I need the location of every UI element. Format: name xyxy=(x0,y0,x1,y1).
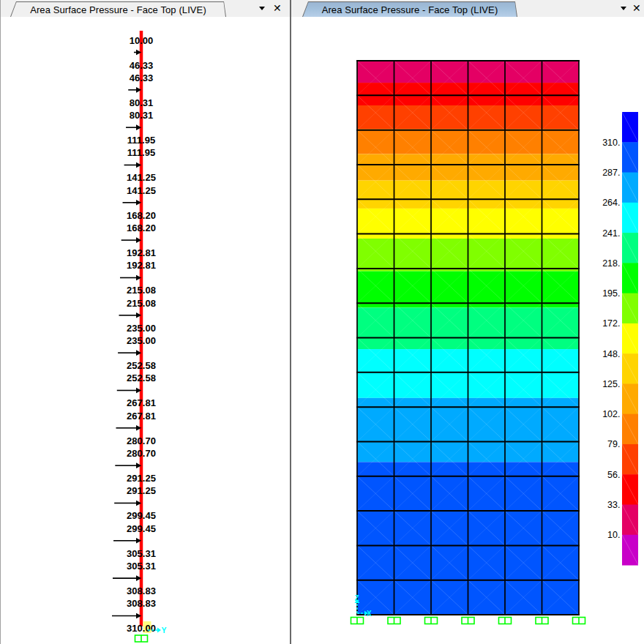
legend-label: 287. xyxy=(602,168,620,178)
load-value-label: 305.31 xyxy=(127,548,156,559)
legend-label: 241. xyxy=(602,228,620,239)
load-value-label: 235.00 xyxy=(127,335,156,346)
load-value-label: 111.95 xyxy=(127,147,155,158)
load-value-label: 141.25 xyxy=(127,185,156,196)
legend-label: 264. xyxy=(602,198,620,208)
legend-label: 125. xyxy=(602,379,620,389)
legend-label: 218. xyxy=(602,258,620,269)
load-value-label: 280.70 xyxy=(127,435,156,446)
load-value-label: 267.81 xyxy=(127,397,156,408)
legend-label: 56. xyxy=(607,470,620,480)
app-window: Area Surface Pressure - Face Top (LIVE) … xyxy=(0,0,644,644)
load-value-label: 280.70 xyxy=(127,448,156,459)
load-value-label: 252.58 xyxy=(127,360,156,371)
load-value-label: 10.00 xyxy=(130,35,154,46)
load-value-label: 235.00 xyxy=(127,323,156,334)
legend-label: 79. xyxy=(607,439,620,449)
load-value-label: 192.81 xyxy=(127,247,156,258)
legend-label: 33. xyxy=(607,500,620,510)
z-axis-label: Z xyxy=(354,594,359,602)
legend-label: 310. xyxy=(602,138,620,148)
load-value-label: 299.45 xyxy=(127,523,156,534)
load-value-label: 252.58 xyxy=(127,372,156,383)
load-value-label: 192.81 xyxy=(127,260,156,271)
load-value-label: 80.31 xyxy=(130,97,154,108)
legend-label: 195. xyxy=(602,288,620,299)
legend-label: 172. xyxy=(602,318,620,329)
load-value-label: 80.31 xyxy=(130,110,154,121)
load-value-label: 46.33 xyxy=(130,72,154,83)
load-value-label: 308.83 xyxy=(127,585,156,596)
legend-label: 102. xyxy=(602,409,620,419)
load-value-label: 305.31 xyxy=(127,561,156,572)
load-value-label: 291.25 xyxy=(127,473,156,484)
graphics-overlay: 10.0046.3346.3380.3180.31111.95111.95141… xyxy=(0,0,644,644)
load-value-label: 308.83 xyxy=(127,598,156,609)
load-value-label: 168.20 xyxy=(127,222,156,233)
legend-label: 148. xyxy=(602,349,620,359)
load-value-label: 111.95 xyxy=(127,135,155,146)
load-value-label: 215.08 xyxy=(127,298,156,309)
load-value-label: 141.25 xyxy=(127,172,156,183)
load-value-label: 215.08 xyxy=(127,285,156,296)
load-value-label: 299.45 xyxy=(127,510,156,521)
x-axis-label: X xyxy=(367,610,372,618)
y-axis-arrow-head xyxy=(157,628,161,633)
load-value-label: 310.00 xyxy=(127,623,156,634)
load-value-label: 291.25 xyxy=(127,485,156,496)
load-value-label: 46.33 xyxy=(130,60,154,71)
y-axis-label: Y xyxy=(161,626,166,634)
load-value-label: 168.20 xyxy=(127,210,156,221)
legend-label: 10. xyxy=(607,530,620,540)
load-value-label: 267.81 xyxy=(127,411,156,422)
